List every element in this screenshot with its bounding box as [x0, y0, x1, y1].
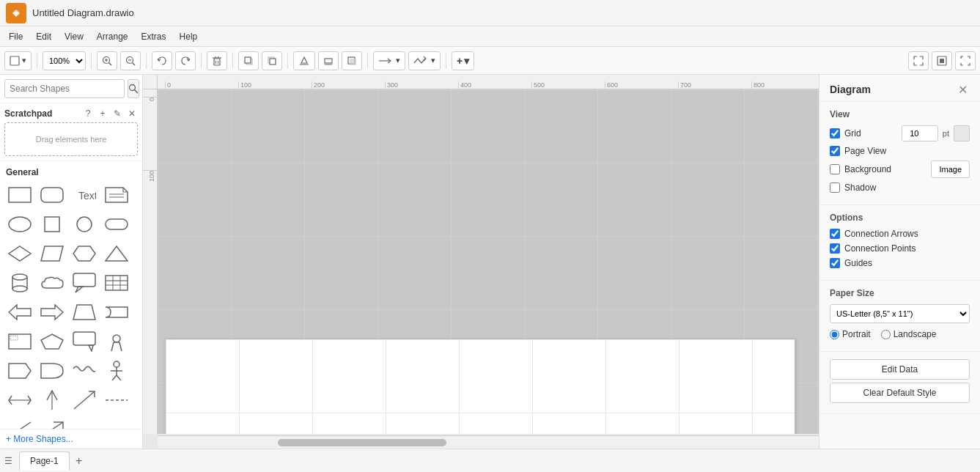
page-view-checkbox[interactable]	[830, 146, 840, 156]
shape-text[interactable]: Text	[70, 182, 98, 208]
shape-stickman[interactable]	[103, 358, 130, 384]
edit-data-btn[interactable]: Edit Data	[830, 359, 970, 380]
paper-size-select[interactable]: US-Letter (8,5" x 11") A4 (210 x 297mm) …	[830, 304, 970, 323]
landscape-radio[interactable]	[881, 330, 891, 339]
scratchpad-add-btn[interactable]: +	[97, 108, 108, 119]
shape-arrow-right[interactable]	[38, 299, 66, 325]
waypoint-btn[interactable]: ▾	[408, 51, 441, 70]
more-shapes-link[interactable]: + More Shapes...	[6, 434, 73, 444]
connection-arrows-checkbox[interactable]	[830, 229, 840, 239]
svg-rect-30	[9, 188, 31, 202]
guides-checkbox[interactable]	[830, 258, 840, 268]
shape-triangle[interactable]	[103, 240, 130, 267]
shape-cloud[interactable]	[38, 270, 66, 296]
delete-btn[interactable]	[207, 51, 227, 70]
undo-btn[interactable]	[152, 51, 172, 70]
shape-square[interactable]	[38, 211, 66, 237]
search-button[interactable]	[128, 79, 139, 98]
fit-page-btn[interactable]	[908, 51, 929, 70]
shape-parallelogram[interactable]	[103, 211, 130, 237]
grid-color-box[interactable]	[954, 125, 970, 141]
to-back-btn[interactable]	[262, 51, 282, 70]
canvas-page[interactable]	[165, 339, 795, 434]
connection-style-btn[interactable]: ▾	[373, 51, 405, 70]
redo-btn[interactable]	[175, 51, 196, 70]
shape-dashed-line[interactable]	[103, 387, 130, 413]
connection-points-checkbox[interactable]	[830, 243, 840, 254]
shape-rectangle[interactable]	[6, 182, 34, 208]
clear-default-style-btn[interactable]: Clear Default Style	[830, 383, 970, 403]
svg-marker-39	[9, 246, 31, 261]
svg-rect-19	[300, 64, 309, 65]
fullscreen-btn[interactable]	[955, 51, 976, 70]
scrollbar-thumb[interactable]	[278, 439, 446, 446]
grid-size-input[interactable]	[902, 125, 938, 141]
menu-extras[interactable]: Extras	[136, 30, 172, 43]
menu-edit[interactable]: Edit	[30, 30, 57, 43]
scratchpad-help-btn[interactable]: ?	[82, 108, 94, 119]
svg-marker-48	[75, 287, 83, 292]
page-options-btn[interactable]: ☰	[0, 453, 16, 469]
shadow-checkbox[interactable]	[830, 182, 840, 193]
shape-arrow-up-right[interactable]	[38, 416, 66, 429]
scratchpad-close-btn[interactable]: ✕	[126, 108, 138, 119]
zoom-in-btn[interactable]	[97, 51, 117, 70]
horizontal-scrollbar[interactable]	[158, 435, 819, 449]
shadow-btn[interactable]	[342, 51, 362, 70]
shape-double-arrow[interactable]	[6, 387, 34, 413]
right-panel-close-btn[interactable]: ✕	[955, 82, 970, 97]
shape-up-arrow[interactable]	[38, 387, 66, 413]
fill-color-btn[interactable]	[293, 51, 315, 70]
shape-process[interactable]	[6, 358, 34, 384]
portrait-option[interactable]: Portrait	[830, 329, 871, 339]
shape-parallelogram2[interactable]	[38, 240, 66, 267]
shape-cylinder[interactable]	[6, 270, 34, 296]
shape-slash[interactable]	[6, 416, 34, 429]
shape-pentagon[interactable]	[38, 328, 66, 355]
line-color-btn[interactable]	[318, 51, 339, 70]
shape-hexagon[interactable]	[70, 240, 98, 267]
shape-trapezoid[interactable]	[70, 299, 98, 325]
shape-d-shape[interactable]	[38, 358, 66, 384]
toolbar-separator-5	[232, 53, 233, 69]
page-1-tab[interactable]: Page-1	[19, 451, 70, 471]
landscape-option[interactable]: Landscape	[881, 329, 937, 339]
shape-cross[interactable]	[103, 328, 130, 355]
grid-checkbox[interactable]	[830, 128, 840, 139]
to-front-btn[interactable]	[238, 51, 259, 70]
zoom-select[interactable]: 100% 75% 50% 150%	[43, 51, 86, 70]
menu-arrange[interactable]: Arrange	[91, 30, 134, 43]
shadow-label: Shadow	[844, 182, 970, 193]
shape-ellipse[interactable]	[6, 211, 34, 237]
scratchpad-edit-btn[interactable]: ✎	[111, 108, 123, 119]
canvas-inner	[158, 89, 819, 434]
shape-wavy[interactable]	[70, 358, 98, 384]
background-image-btn[interactable]: Image	[931, 161, 970, 178]
canvas-scroll[interactable]	[158, 89, 819, 434]
shape-arrow-left[interactable]	[6, 299, 34, 325]
add-page-btn[interactable]: +	[71, 453, 87, 469]
shape-table[interactable]	[103, 270, 130, 296]
format-select-btn[interactable]: ▾	[4, 51, 32, 70]
shape-note[interactable]	[103, 182, 130, 208]
background-checkbox[interactable]	[830, 164, 840, 174]
svg-rect-38	[106, 219, 128, 229]
portrait-radio[interactable]	[830, 330, 839, 339]
zoom-out-btn[interactable]	[120, 51, 141, 70]
shape-rounded-rect[interactable]	[38, 182, 66, 208]
menu-file[interactable]: File	[3, 30, 29, 43]
menu-help[interactable]: Help	[174, 30, 204, 43]
actual-size-btn[interactable]	[932, 51, 952, 70]
shape-banner[interactable]	[103, 299, 130, 325]
search-input[interactable]	[4, 79, 125, 98]
shape-line[interactable]	[70, 416, 98, 429]
shape-circle[interactable]	[70, 211, 98, 237]
shape-rect-cut[interactable]	[6, 328, 34, 355]
shape-callout[interactable]	[70, 270, 98, 296]
shape-callout2[interactable]	[70, 328, 98, 355]
shape-diamond[interactable]	[6, 240, 34, 267]
menu-view[interactable]: View	[59, 30, 89, 43]
canvas-container[interactable]: 0 100 200 300 400 500 600 700 800 0 100	[143, 75, 819, 449]
shape-diagonal-arrow[interactable]	[70, 387, 98, 413]
insert-btn[interactable]: +▾	[452, 51, 474, 70]
